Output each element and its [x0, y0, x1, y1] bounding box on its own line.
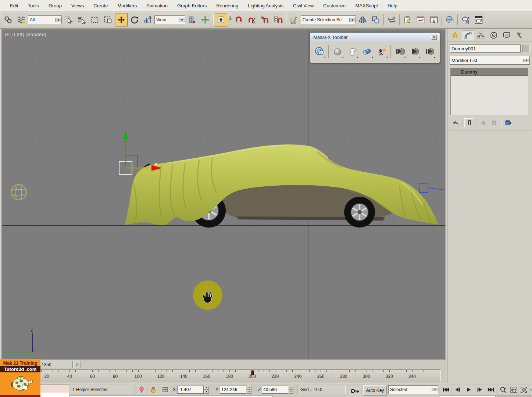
tab-hierarchy[interactable] — [475, 30, 487, 40]
use-pivot-point-center-button[interactable] — [186, 13, 198, 26]
viewport-left-shaded[interactable]: Z x [+] [Left] [Shaded] — [1, 29, 446, 360]
show-end-result-button[interactable] — [464, 118, 474, 127]
pin-stack-button[interactable] — [450, 118, 460, 127]
snaps-toggle-button[interactable] — [232, 13, 245, 26]
massfx-ragdoll-button[interactable] — [375, 44, 389, 59]
select-by-name-button[interactable] — [75, 13, 88, 26]
massfx-world-parameters-button[interactable] — [313, 44, 326, 59]
next-frame-playback-button[interactable] — [474, 385, 485, 394]
spinner-snap-toggle-button[interactable] — [272, 13, 285, 26]
viewport-canvas[interactable]: Z x — [2, 29, 445, 359]
configure-modifier-sets-button[interactable] — [503, 118, 513, 127]
massfx-titlebar[interactable]: MassFX Toolbar ✕ — [310, 33, 440, 42]
massfx-reset-simulation-button[interactable] — [393, 44, 407, 59]
select-and-manipulate-button[interactable] — [199, 13, 211, 26]
tab-modify[interactable] — [462, 30, 474, 40]
viewport-label[interactable]: [+] [Left] [Shaded] — [5, 32, 46, 37]
track-bar[interactable]: 2040608010012014016018020022024026028030… — [0, 369, 446, 383]
z-coordinate-field[interactable] — [262, 386, 288, 394]
modifier-stack-row-dummy[interactable]: Dummy — [451, 68, 528, 76]
menu-edit[interactable]: Edit — [5, 1, 23, 10]
edit-named-selection-sets-button[interactable]: {}ABC — [288, 13, 300, 26]
tab-utilities[interactable] — [513, 30, 526, 40]
menu-animation[interactable]: Animation — [142, 1, 172, 10]
x-coordinate-field[interactable] — [177, 386, 204, 394]
object-color-swatch[interactable] — [522, 45, 530, 52]
select-object-button[interactable] — [62, 13, 75, 26]
play-animation-button[interactable] — [463, 385, 474, 394]
zoom-all-button[interactable] — [508, 385, 518, 394]
named-selection-set-dropdown[interactable]: Create Selection Se▼ — [301, 15, 356, 24]
menu-tools[interactable]: Tools — [23, 1, 43, 10]
bind-to-space-warp-button[interactable] — [15, 13, 28, 26]
angle-snap-toggle-button[interactable] — [246, 13, 258, 26]
menu-civil-view[interactable]: Civil View — [288, 1, 318, 10]
layer-manager-button[interactable] — [385, 13, 398, 26]
reference-coordinate-system-dropdown[interactable]: View▼ — [154, 15, 185, 24]
modifier-list-dropdown[interactable]: Modifier List▼ — [450, 56, 530, 64]
y-spinner[interactable]: ▲▼ — [247, 386, 251, 394]
tab-motion[interactable] — [488, 30, 500, 40]
window-crossing-button[interactable] — [102, 13, 114, 26]
close-icon[interactable]: ✕ — [431, 35, 437, 40]
previous-frame-button[interactable] — [452, 385, 463, 394]
set-keys-button[interactable] — [349, 386, 361, 397]
menu-create[interactable]: Create — [89, 1, 113, 10]
modifier-stack[interactable]: Dummy — [450, 68, 528, 115]
massfx-step-simulation-button[interactable] — [422, 44, 436, 59]
rectangular-selection-region-button[interactable] — [89, 13, 101, 26]
remove-modifier-button[interactable] — [489, 118, 499, 127]
manage-scene-states-button[interactable] — [401, 13, 414, 26]
massfx-constraint-button[interactable] — [360, 44, 374, 59]
mini-listener[interactable] — [40, 385, 68, 394]
menu-customize[interactable]: Customize — [318, 1, 350, 10]
menu-rendering[interactable]: Rendering — [211, 1, 243, 10]
zoom-extents-all-button[interactable] — [529, 385, 532, 394]
menu-lighting-analysis[interactable]: Lighting Analysis — [243, 1, 288, 10]
tab-create[interactable] — [449, 30, 461, 40]
notification-balloon-icon[interactable] — [137, 385, 146, 394]
set-key-filter-dropdown[interactable]: Selected▼ — [388, 385, 438, 394]
render-setup-button[interactable] — [459, 13, 472, 26]
massfx-play-simulation-button[interactable] — [407, 44, 421, 59]
select-and-scale-button[interactable] — [142, 13, 154, 26]
align-button[interactable] — [369, 13, 382, 26]
keyframe-marker-200[interactable] — [251, 371, 254, 375]
y-coordinate-field[interactable] — [220, 386, 246, 394]
menu-group[interactable]: Group — [44, 1, 67, 10]
absolute-offset-mode-icon[interactable] — [160, 385, 170, 394]
menu-modifiers[interactable]: Modifiers — [113, 1, 142, 10]
zoom-button[interactable] — [498, 385, 508, 394]
track-bar-ruler[interactable]: 2040608010012014016018020022024026028030… — [1, 369, 441, 382]
menu-help[interactable]: Help — [383, 1, 402, 10]
selection-lock-icon[interactable] — [149, 385, 158, 394]
tab-display[interactable] — [500, 30, 513, 40]
massfx-rigid-body-button[interactable] — [331, 44, 344, 59]
select-and-move-button[interactable] — [115, 13, 128, 26]
x-coordinate[interactable]: ▲▼ — [177, 385, 209, 394]
keyboard-shortcut-override-button[interactable] — [215, 13, 227, 26]
make-unique-button[interactable] — [478, 118, 488, 127]
percent-snap-toggle-button[interactable]: % — [259, 13, 271, 26]
selection-filter-dropdown[interactable]: All▼ — [28, 15, 62, 24]
material-editor-button[interactable] — [443, 13, 456, 26]
select-and-link-button[interactable] — [2, 13, 14, 26]
select-and-rotate-button[interactable] — [128, 13, 141, 26]
menu-maxscript[interactable]: MAXScript — [351, 1, 383, 10]
massfx-toolbar-window[interactable]: MassFX Toolbar ✕ — [310, 32, 440, 63]
menu-views[interactable]: Views — [67, 1, 89, 10]
schematic-view-button[interactable] — [428, 13, 440, 26]
menu-graph-editors[interactable]: Graph Editors — [172, 1, 211, 10]
z-spinner[interactable]: ▲▼ — [289, 386, 293, 394]
object-name-field[interactable] — [450, 44, 521, 53]
go-to-end-button[interactable] — [485, 385, 496, 394]
massfx-mcloth-button[interactable] — [345, 44, 359, 59]
z-coordinate[interactable]: ▲▼ — [262, 385, 293, 394]
time-slider-track[interactable]: / 350 > — [0, 360, 446, 369]
auto-key-button[interactable]: Auto Key — [363, 385, 387, 396]
rendered-frame-window-button[interactable] — [472, 13, 485, 26]
go-to-start-button[interactable] — [440, 385, 451, 394]
x-spinner[interactable]: ▲▼ — [204, 386, 209, 394]
y-coordinate[interactable]: ▲▼ — [220, 385, 251, 394]
zoom-extents-button[interactable] — [519, 385, 528, 394]
